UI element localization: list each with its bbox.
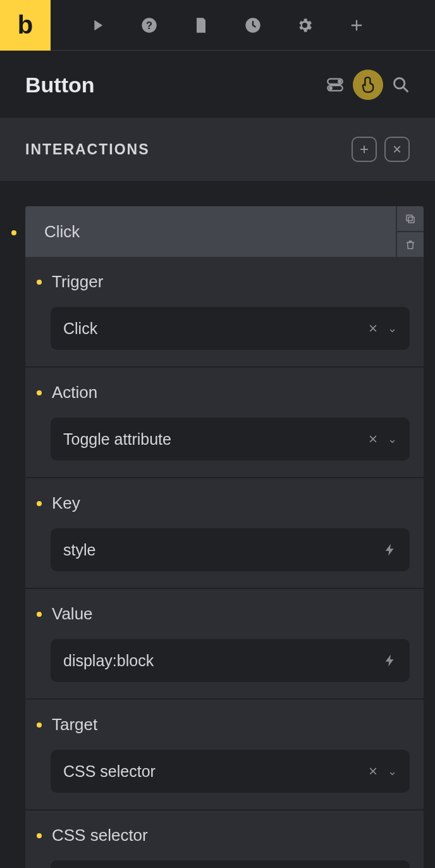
field-value: Value display:block — [25, 589, 424, 698]
interaction-row-actions — [396, 206, 424, 257]
bolt-icon[interactable] — [383, 543, 397, 557]
field-label: Trigger — [52, 272, 103, 292]
close-section-button[interactable]: × — [384, 137, 410, 162]
modified-dot-icon — [37, 833, 42, 838]
help-icon[interactable]: ? — [140, 16, 158, 34]
copy-icon[interactable] — [397, 206, 424, 232]
css-selector-input[interactable]: .contentTabOne — [51, 860, 410, 868]
key-value: style — [63, 541, 383, 559]
trigger-value: Click — [63, 319, 369, 338]
trash-icon[interactable] — [397, 232, 424, 257]
field-action: Action Toggle attribute × ⌄ — [25, 368, 424, 477]
modified-dot-icon — [37, 722, 42, 728]
panel-header: Button — [0, 51, 435, 118]
target-value: CSS selector — [63, 762, 369, 781]
svg-rect-8 — [408, 217, 414, 223]
logo-letter: b — [18, 11, 33, 39]
app-logo[interactable]: b — [0, 0, 51, 51]
page-icon[interactable] — [192, 16, 210, 34]
top-toolbar: b ? — [0, 0, 435, 51]
add-icon[interactable] — [348, 16, 365, 34]
chevron-down-icon[interactable]: ⌄ — [388, 321, 397, 335]
field-label: Action — [52, 383, 97, 402]
key-input[interactable]: style — [51, 528, 410, 571]
field-css-selector: CSS selector .contentTabOne — [25, 810, 424, 868]
trigger-select[interactable]: Click × ⌄ — [51, 307, 410, 350]
svg-rect-9 — [407, 215, 412, 221]
modified-dot-icon — [37, 280, 42, 285]
field-label: CSS selector — [52, 826, 148, 845]
target-select[interactable]: CSS selector × ⌄ — [51, 750, 410, 793]
svg-point-6 — [329, 86, 333, 90]
svg-point-4 — [338, 80, 341, 84]
value-value: display:block — [63, 652, 383, 670]
chevron-down-icon[interactable]: ⌄ — [388, 764, 397, 778]
section-header: INTERACTIONS + × — [0, 118, 435, 181]
field-label: Value — [52, 604, 93, 624]
bolt-icon[interactable] — [383, 654, 397, 667]
field-target: Target CSS selector × ⌄ — [25, 700, 424, 809]
history-icon[interactable] — [244, 16, 262, 34]
svg-text:?: ? — [146, 19, 152, 30]
clear-icon[interactable]: × — [369, 319, 377, 337]
toolbar-icons: ? — [51, 16, 365, 34]
page-title: Button — [25, 73, 95, 97]
field-trigger: Trigger Click × ⌄ — [25, 257, 424, 366]
header-actions — [326, 70, 410, 100]
toggles-icon[interactable] — [326, 76, 344, 94]
value-input[interactable]: display:block — [51, 639, 410, 682]
interactions-mode-button[interactable] — [353, 70, 383, 100]
clear-icon[interactable]: × — [369, 430, 377, 448]
action-select[interactable]: Toggle attribute × ⌄ — [51, 418, 410, 461]
clear-icon[interactable]: × — [369, 762, 377, 780]
modified-indicator-icon — [11, 230, 16, 235]
settings-icon[interactable] — [296, 16, 314, 34]
field-key: Key style — [25, 478, 424, 588]
play-icon[interactable] — [89, 16, 106, 34]
chevron-down-icon[interactable]: ⌄ — [388, 432, 397, 446]
interactions-panel: Click Trigger — [0, 181, 435, 868]
field-label: Target — [52, 715, 97, 735]
interaction-title: Click — [25, 206, 396, 257]
section-title: INTERACTIONS — [25, 141, 150, 158]
add-interaction-button[interactable]: + — [352, 137, 377, 162]
field-label: Key — [52, 493, 80, 513]
modified-dot-icon — [37, 501, 42, 506]
search-icon[interactable] — [392, 76, 410, 94]
action-value: Toggle attribute — [63, 430, 369, 449]
modified-dot-icon — [37, 612, 42, 617]
modified-dot-icon — [37, 390, 42, 395]
interaction-title-row[interactable]: Click — [25, 206, 424, 257]
section-buttons: + × — [352, 137, 410, 162]
